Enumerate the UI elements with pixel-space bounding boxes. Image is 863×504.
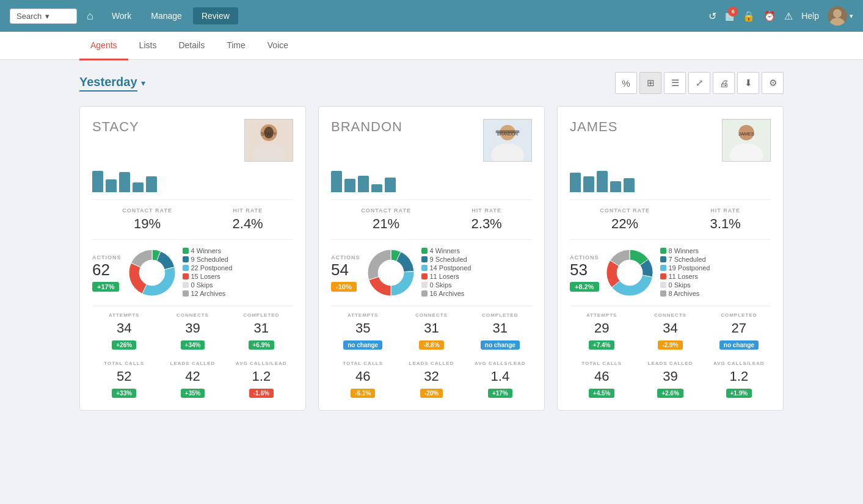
legend-dot xyxy=(183,282,189,288)
legend-item: 19 Postponed xyxy=(660,264,771,272)
contact-rate-item: CONTACT RATE 21% xyxy=(361,207,411,232)
avg-calls-badge: +1.9% xyxy=(726,389,752,398)
attempts-item: ATTEMPTS 35 no change xyxy=(331,312,395,350)
leads-called-value: 39 xyxy=(638,369,702,384)
content-area: Yesterday ▾ % ⊞ ☰ ⤢ 🖨 ⬇ ⚙ STACY STACY xyxy=(0,60,863,423)
user-avatar-wrap[interactable]: ▾ xyxy=(828,6,853,26)
legend-dot xyxy=(183,256,189,262)
donut-svg xyxy=(366,248,415,297)
avatar-dropdown-icon: ▾ xyxy=(850,12,853,20)
clock-icon[interactable]: ⏰ xyxy=(763,10,776,22)
legend-dot xyxy=(660,265,666,271)
legend-item: 22 Postponed xyxy=(183,264,294,272)
history-icon[interactable]: ↺ xyxy=(708,10,716,22)
stats-grid-bottom: TOTAL CALLS 46 -6.1% LEADS CALLED 32 -20… xyxy=(331,356,532,398)
total-calls-badge: +33% xyxy=(112,389,136,398)
search-dropdown-icon: ▾ xyxy=(45,12,49,21)
contact-rate-label: CONTACT RATE xyxy=(361,207,411,214)
expand-button[interactable]: ⤢ xyxy=(688,72,710,94)
legend-item: 0 Skips xyxy=(421,281,533,289)
legend-item: 16 Archives xyxy=(421,290,533,297)
nav-manage[interactable]: Manage xyxy=(142,7,191,24)
actions-label: ACTIONS xyxy=(331,254,360,261)
tab-agents[interactable]: Agents xyxy=(79,32,128,60)
tab-time[interactable]: Time xyxy=(216,32,257,60)
search-box[interactable]: Search ▾ xyxy=(10,9,77,24)
connects-value: 34 xyxy=(638,320,702,336)
contact-rate-label: CONTACT RATE xyxy=(122,207,172,214)
legend: 4 Winners 9 Scheduled 22 Postponed 15 Lo… xyxy=(183,247,294,298)
avg-calls-item: AVG CALLS/LEAD 1.4 +17% xyxy=(468,361,532,398)
legend-dot xyxy=(183,265,189,271)
total-calls-badge: -6.1% xyxy=(351,389,375,398)
tab-lists[interactable]: Lists xyxy=(128,32,168,60)
bar-item xyxy=(133,182,144,192)
svg-point-0 xyxy=(833,9,842,18)
actions-count: 53 xyxy=(570,261,599,279)
list-button[interactable]: ☰ xyxy=(664,72,686,94)
legend-dot xyxy=(421,282,428,288)
print-button[interactable]: 🖨 xyxy=(713,72,735,94)
legend-dot xyxy=(421,273,428,279)
completed-item: COMPLETED 31 no change xyxy=(468,312,532,350)
svg-point-11 xyxy=(730,143,763,162)
legend-item: 8 Archives xyxy=(660,290,771,297)
stats-grid-top: ATTEMPTS 35 no change CONNECTS 31 -8.8% … xyxy=(331,306,532,350)
leads-called-value: 42 xyxy=(161,369,224,384)
bar-chart xyxy=(92,168,293,192)
agent-name: JAMES xyxy=(570,119,617,135)
agent-name: STACY xyxy=(92,119,139,135)
actions-label: ACTIONS xyxy=(92,254,122,261)
agent-card: BRANDON BRANDON CONTACT RATE 21% HIT RAT… xyxy=(318,106,545,411)
legend-label: 4 Winners xyxy=(191,247,222,254)
legend-item: 12 Archives xyxy=(183,290,294,297)
nav-work[interactable]: Work xyxy=(103,7,140,24)
connects-badge: -2.9% xyxy=(658,340,682,350)
calendar-icon[interactable]: ▦ 6 xyxy=(725,10,734,22)
contact-rate-value: 21% xyxy=(361,216,411,232)
actions-count: 62 xyxy=(92,261,122,279)
settings-button[interactable]: ⚙ xyxy=(762,72,784,94)
avg-calls-value: 1.2 xyxy=(230,369,293,384)
alert-icon[interactable]: ⚠ xyxy=(784,10,793,22)
bar-item xyxy=(597,171,608,192)
percent-button[interactable]: % xyxy=(615,72,637,94)
search-label: Search xyxy=(16,12,42,21)
actions-label: ACTIONS xyxy=(570,254,599,261)
svg-point-7 xyxy=(491,143,525,162)
attempts-label: ATTEMPTS xyxy=(570,312,633,318)
date-filter-row: Yesterday ▾ % ⊞ ☰ ⤢ 🖨 ⬇ ⚙ xyxy=(79,72,784,94)
home-icon[interactable]: ⌂ xyxy=(87,10,93,23)
grid-button[interactable]: ⊞ xyxy=(639,72,661,94)
card-header: BRANDON BRANDON xyxy=(331,119,532,162)
legend-item: 0 Skips xyxy=(183,281,294,289)
legend-dot xyxy=(183,273,189,279)
leads-called-label: LEADS CALLED xyxy=(161,361,224,366)
legend: 4 Winners 9 Scheduled 14 Postponed 11 Lo… xyxy=(421,247,533,298)
actions-left: ACTIONS 54 -10% xyxy=(331,254,360,292)
legend-dot xyxy=(660,248,666,254)
lock-icon[interactable]: 🔒 xyxy=(743,10,755,22)
legend-label: 0 Skips xyxy=(669,281,691,289)
date-filter[interactable]: Yesterday ▾ xyxy=(79,75,145,92)
help-link[interactable]: Help xyxy=(801,11,819,21)
avg-calls-label: AVG CALLS/LEAD xyxy=(468,361,532,366)
legend-dot xyxy=(183,290,189,297)
rates-row: CONTACT RATE 21% HIT RATE 2.3% xyxy=(331,200,532,240)
tab-voice[interactable]: Voice xyxy=(257,32,299,60)
tab-details[interactable]: Details xyxy=(167,32,216,60)
legend-item: 4 Winners xyxy=(183,247,294,254)
connects-value: 39 xyxy=(161,320,224,336)
download-button[interactable]: ⬇ xyxy=(737,72,759,94)
donut-svg xyxy=(605,248,654,297)
completed-badge: no change xyxy=(719,340,759,350)
nav-review[interactable]: Review xyxy=(193,7,238,24)
legend-item: 8 Winners xyxy=(660,247,771,254)
legend-label: 11 Losers xyxy=(669,273,698,280)
contact-rate-item: CONTACT RATE 22% xyxy=(600,207,650,232)
legend-dot xyxy=(660,256,666,262)
actions-badge: -10% xyxy=(331,282,357,292)
leads-called-label: LEADS CALLED xyxy=(638,361,702,366)
contact-rate-value: 22% xyxy=(600,216,650,232)
total-calls-value: 52 xyxy=(92,369,156,384)
